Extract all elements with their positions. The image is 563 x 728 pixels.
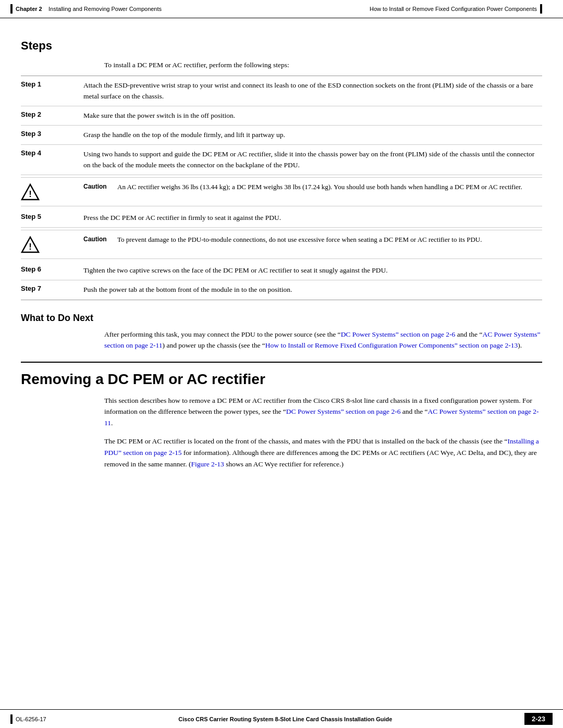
step-7-label: Step 7 [21,280,83,299]
main-content: Steps To install a DC PEM or AC rectifie… [0,18,563,508]
caution-1-icon-area: ! [21,182,83,202]
step-row-3: Step 3 Grasp the handle on the top of th… [21,126,542,145]
major-para1-link1[interactable]: DC Power Systems” section on page 2-6 [286,408,401,415]
what-to-do-next-text: After performing this task, you may conn… [104,329,542,351]
what-next-text-before: After performing this task, you may conn… [104,330,341,338]
caution-row-2: ! Caution To prevent damage to the PDU-t… [21,230,542,259]
major-para2: The DC PEM or AC rectifier is located on… [104,436,542,470]
step-row-2: Step 2 Make sure that the power switch i… [21,106,542,126]
step-6-label: Step 6 [21,261,83,280]
caution-2-icon-area: ! [21,235,83,254]
what-next-link3[interactable]: How to Install or Remove Fixed Configura… [265,341,518,349]
what-next-text-mid1: and the “ [455,330,482,338]
what-to-do-next-heading: What to Do Next [21,313,542,324]
step-4-content: Using two hands to support and guide the… [83,145,542,175]
chapter-title: Installing and Removing Power Components [48,6,162,12]
step-1-content: Attach the ESD-preventive wrist strap to… [83,76,542,106]
major-para2-before: The DC PEM or AC rectifier is located on… [104,437,507,445]
header-right-title: How to Install or Remove Fixed Configura… [370,6,537,12]
step-3-content: Grasp the handle on the top of the modul… [83,126,542,144]
major-para1-end: . [111,419,113,427]
footer-doc-number: OL-6256-17 [16,716,46,722]
step-row-6: Step 6 Tighten the two captive screws on… [21,261,542,280]
steps-intro: To install a DC PEM or AC rectifier, per… [104,60,542,70]
footer-page-number: 2-23 [524,713,553,725]
caution-row-1: ! Caution An AC rectifier weighs 36 lbs … [21,177,542,206]
caution-1-content: Caution An AC rectifier weighs 36 lbs (1… [83,182,542,202]
step-5-content: Press the DC PEM or AC rectifier in firm… [83,208,542,227]
header-chapter: Chapter 2 Installing and Removing Power … [16,6,162,12]
header-right: How to Install or Remove Fixed Configura… [370,4,542,14]
svg-text:!: ! [29,189,32,199]
caution-2-label: Caution [83,235,112,243]
footer-doc-title: Cisco CRS Carrier Routing System 8-Slot … [178,716,392,722]
header-bar-left [10,4,13,14]
steps-heading: Steps [21,39,542,53]
caution-2-content: Caution To prevent damage to the PDU-to-… [83,235,542,254]
what-next-text-end: ). [518,341,522,349]
step-3-label: Step 3 [21,126,83,144]
step-6-content: Tighten the two captive screws on the fa… [83,261,542,280]
major-para1-mid: and the “ [400,408,427,415]
what-next-link1[interactable]: DC Power Systems” section on page 2-6 [341,330,456,338]
step-1-label: Step 1 [21,76,83,106]
major-para2-link2[interactable]: Figure 2-13 [191,460,224,468]
caution-1-text: An AC rectifier weighs 36 lbs (13.44 kg)… [117,182,542,192]
header-left: Chapter 2 Installing and Removing Power … [10,4,162,14]
major-para1: This section describes how to remove a D… [104,395,542,429]
major-section-heading: Removing a DC PEM or AC rectifier [21,362,542,388]
page-footer: OL-6256-17 Cisco CRS Carrier Routing Sys… [0,709,563,728]
step-2-label: Step 2 [21,106,83,125]
major-para2-end: shows an AC Wye rectifier for reference.… [224,460,344,468]
step-row-1: Step 1 Attach the ESD-preventive wrist s… [21,76,542,106]
svg-text:!: ! [29,242,32,252]
chapter-label: Chapter 2 [16,6,42,12]
caution-triangle-2-icon: ! [21,236,40,254]
footer-left: OL-6256-17 [10,714,46,724]
step-row-4: Step 4 Using two hands to support and gu… [21,145,542,175]
step-2-content: Make sure that the power switch is in th… [83,106,542,125]
page-header: Chapter 2 Installing and Removing Power … [0,0,563,18]
header-bar-right [540,4,542,14]
caution-1-label: Caution [83,182,112,190]
step-5-label: Step 5 [21,208,83,227]
footer-bar [10,714,13,724]
what-next-text-mid2: ) and power up the chassis (see the “ [163,341,265,349]
steps-table: Step 1 Attach the ESD-preventive wrist s… [21,76,542,300]
step-7-content: Push the power tab at the bottom front o… [83,280,542,299]
step-row-5: Step 5 Press the DC PEM or AC rectifier … [21,208,542,228]
caution-2-text: To prevent damage to the PDU-to-module c… [117,235,542,245]
caution-triangle-icon: ! [21,183,40,202]
step-4-label: Step 4 [21,145,83,175]
step-row-7: Step 7 Push the power tab at the bottom … [21,280,542,299]
